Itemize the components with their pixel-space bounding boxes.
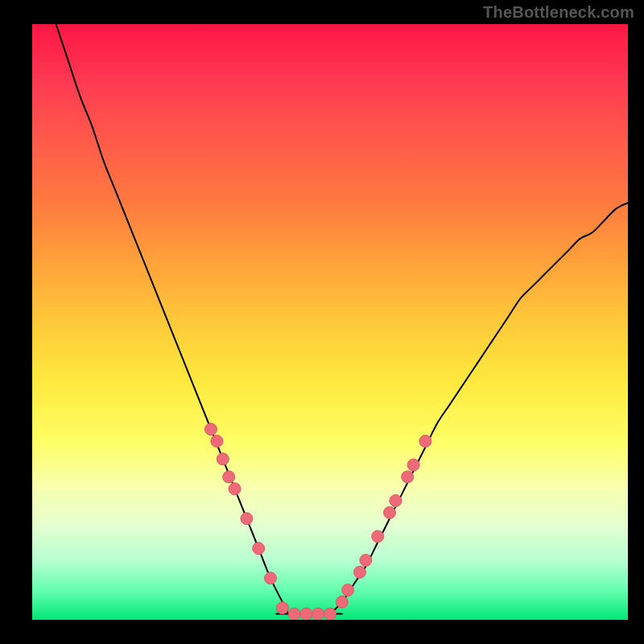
data-marker	[336, 596, 348, 608]
data-marker	[372, 530, 384, 543]
data-marker	[276, 602, 288, 614]
attribution-text: TheBottleneck.com	[483, 3, 634, 22]
data-marker	[354, 566, 366, 578]
data-marker	[342, 584, 354, 597]
data-marker	[407, 459, 419, 471]
data-marker	[265, 572, 277, 584]
data-marker	[419, 436, 431, 448]
data-marker	[300, 608, 312, 620]
data-marker	[324, 608, 336, 620]
data-marker	[402, 471, 414, 483]
data-marker	[217, 453, 229, 465]
data-marker	[229, 483, 241, 495]
chart-frame: TheBottleneck.com	[0, 0, 644, 644]
chart-svg	[32, 24, 628, 620]
data-marker	[390, 495, 402, 507]
data-marker	[384, 506, 396, 518]
data-marker	[360, 555, 372, 567]
series-left-curve	[56, 24, 289, 614]
data-marker	[241, 513, 253, 525]
series-group	[56, 24, 628, 614]
data-marker	[223, 471, 235, 483]
data-marker	[253, 543, 265, 555]
data-marker	[288, 608, 300, 620]
data-marker	[312, 608, 324, 620]
data-marker	[211, 436, 223, 448]
data-marker	[205, 423, 217, 436]
plot-area	[32, 24, 628, 620]
series-right-curve	[330, 203, 628, 614]
marker-group	[205, 423, 431, 620]
